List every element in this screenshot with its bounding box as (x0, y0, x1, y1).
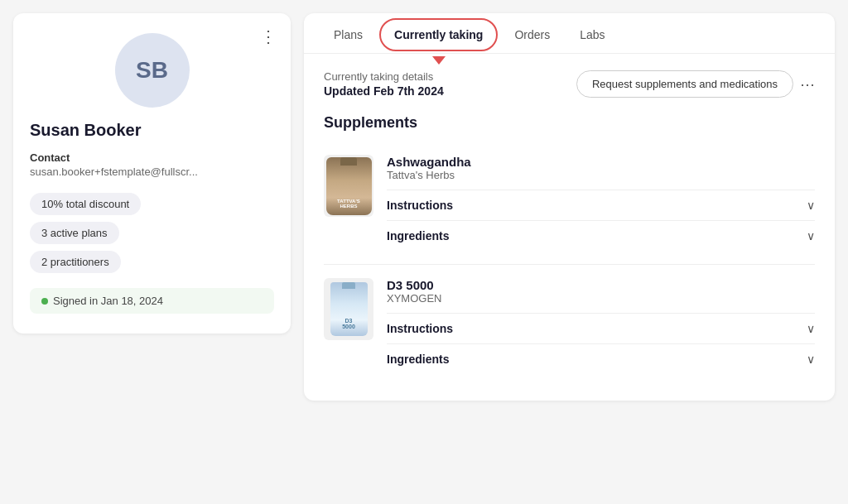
supplement-info-ashwagandha: Ashwagandha Tattva's Herbs Instructions … (387, 155, 815, 251)
bottle-icon-ashwagandha: TATTVA'SHERBS (326, 157, 372, 215)
accordion-instructions-ashwagandha[interactable]: Instructions ∨ (387, 190, 815, 220)
supplement-name-d3: D3 5000 (387, 278, 815, 292)
supplement-brand-d3: XYMOGEN (387, 292, 815, 305)
content-area: Currently taking details Updated Feb 7th… (304, 54, 835, 401)
instructions-label-d3: Instructions (387, 322, 453, 335)
signed-label: Signed in Jan 18, 2024 (53, 295, 163, 307)
top-bar-actions: Request supplements and medications ⋯ (576, 70, 815, 98)
supplement-item-ashwagandha: TATTVA'SHERBS Ashwagandha Tattva's Herbs… (324, 145, 815, 261)
request-supplements-button[interactable]: Request supplements and medications (576, 70, 793, 98)
supplement-info-d3: D3 5000 XYMOGEN Instructions ∨ Ingredien… (387, 278, 815, 374)
signed-dot-icon (41, 298, 48, 305)
patient-sidebar: ⋮ SB Susan Booker Contact susan.booker+f… (13, 13, 291, 334)
details-updated: Updated Feb 7th 2024 (324, 84, 444, 98)
supplement-image-d3: D35000 (324, 278, 373, 340)
signed-badge: Signed in Jan 18, 2024 (30, 288, 274, 314)
tab-orders[interactable]: Orders (501, 17, 563, 53)
supplement-brand-ashwagandha: Tattva's Herbs (387, 169, 815, 181)
discount-badge: 10% total discount (30, 193, 141, 215)
chevron-down-icon: ∨ (807, 353, 815, 366)
supplement-item-d3: D35000 D3 5000 XYMOGEN Instructions ∨ In… (324, 268, 815, 384)
contact-section: Contact susan.booker+fstemplate@fullscr.… (30, 151, 274, 178)
accordion-ingredients-ashwagandha[interactable]: Ingredients ∨ (387, 220, 815, 251)
accordion-instructions-d3[interactable]: Instructions ∨ (387, 313, 815, 343)
contact-label: Contact (30, 151, 274, 164)
supplement-image-ashwagandha: TATTVA'SHERBS (324, 155, 373, 217)
ingredients-label-d3: Ingredients (387, 353, 449, 366)
plans-badge: 3 active plans (30, 222, 119, 244)
patient-name: Susan Booker (30, 121, 274, 140)
ingredients-label-ashwagandha: Ingredients (387, 229, 449, 242)
chevron-down-icon: ∨ (807, 199, 815, 212)
badges-list: 10% total discount 3 active plans 2 prac… (30, 193, 274, 273)
tab-currently-taking[interactable]: Currently taking (379, 18, 498, 51)
avatar: SB (115, 33, 190, 108)
content-top-bar: Currently taking details Updated Feb 7th… (324, 70, 815, 98)
tabs-bar: Plans Currently taking Orders Labs (304, 13, 835, 54)
supplement-name-ashwagandha: Ashwagandha (387, 155, 815, 169)
accordion-ingredients-d3[interactable]: Ingredients ∨ (387, 343, 815, 374)
tab-plans[interactable]: Plans (320, 17, 376, 53)
details-block: Currently taking details Updated Feb 7th… (324, 70, 444, 98)
bottle-icon-d3: D35000 (330, 282, 368, 336)
chevron-down-icon: ∨ (807, 322, 815, 335)
contact-email: susan.booker+fstemplate@fullscr... (30, 166, 274, 178)
main-content-panel: Plans Currently taking Orders Labs Curre… (304, 13, 835, 401)
content-more-button[interactable]: ⋯ (800, 75, 815, 94)
chevron-down-icon: ∨ (807, 229, 815, 242)
avatar-container: SB (30, 33, 274, 108)
details-title: Currently taking details (324, 70, 444, 83)
supplement-divider (324, 264, 815, 265)
practitioners-badge: 2 practitioners (30, 251, 121, 273)
supplements-section-title: Supplements (324, 114, 815, 132)
sidebar-more-button[interactable]: ⋮ (260, 26, 277, 46)
tab-labs[interactable]: Labs (566, 17, 618, 53)
instructions-label-ashwagandha: Instructions (387, 199, 453, 212)
